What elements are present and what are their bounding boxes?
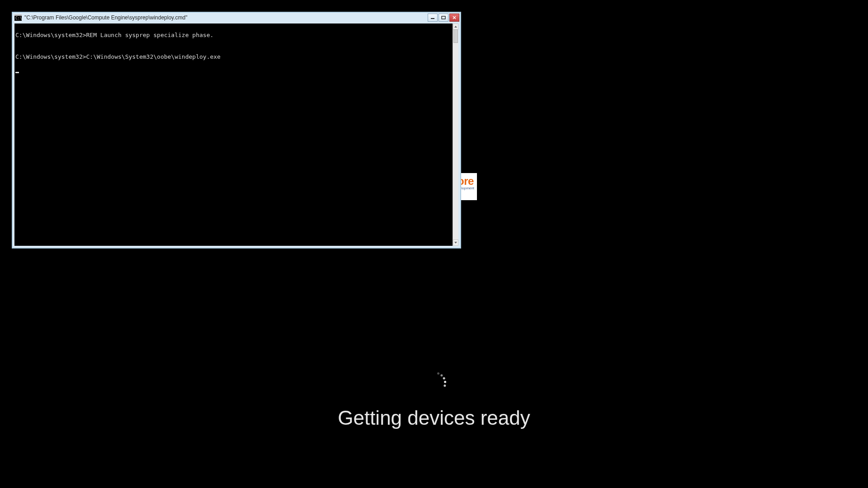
command-prompt-window[interactable]: C:\ "C:\Program Files\Google\Compute Eng… — [12, 12, 461, 249]
vertical-scrollbar[interactable] — [453, 23, 458, 246]
spinner-icon — [423, 371, 445, 393]
window-client-area: C:\Windows\system32>REM Launch sysprep s… — [14, 23, 458, 246]
cmd-icon: C:\ — [14, 14, 22, 21]
close-button[interactable] — [449, 14, 459, 22]
oobe-background: ore velopment C:\ "C:\Program Files\Goog… — [0, 0, 868, 488]
titlebar[interactable]: C:\ "C:\Program Files\Google\Compute Eng… — [13, 13, 460, 23]
scroll-track[interactable] — [453, 29, 458, 240]
svg-rect-3 — [431, 18, 434, 19]
oobe-message: Getting devices ready — [338, 407, 530, 429]
scroll-up-button[interactable] — [453, 23, 458, 30]
scroll-thumb[interactable] — [453, 29, 458, 43]
svg-rect-4 — [442, 16, 445, 19]
console-cursor — [15, 72, 19, 73]
console-line: C:\Windows\system32>REM Launch sysprep s… — [15, 32, 452, 39]
svg-rect-1 — [14, 14, 22, 16]
window-buttons — [427, 14, 459, 22]
scroll-down-button[interactable] — [453, 239, 458, 246]
console-output[interactable]: C:\Windows\system32>REM Launch sysprep s… — [14, 23, 453, 246]
minimize-button[interactable] — [428, 14, 438, 22]
maximize-button[interactable] — [439, 14, 448, 22]
svg-text:C:\: C:\ — [15, 16, 22, 20]
console-line: C:\Windows\system32>C:\Windows\System32\… — [15, 53, 452, 61]
window-title: "C:\Program Files\Google\Compute Engine\… — [24, 14, 427, 21]
oobe-status: Getting devices ready — [338, 371, 530, 429]
